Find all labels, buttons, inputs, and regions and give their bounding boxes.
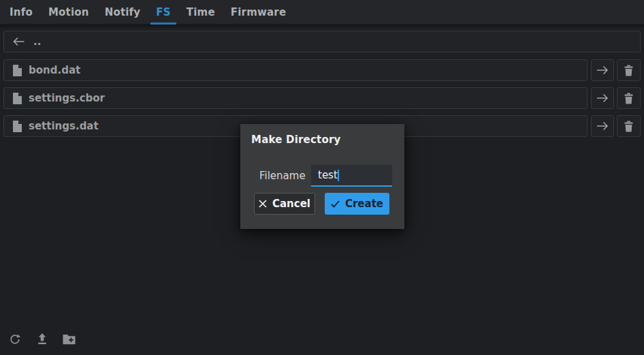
- open-file-button[interactable]: [591, 59, 614, 81]
- tab-motion[interactable]: Motion: [43, 0, 95, 24]
- new-folder-button[interactable]: [61, 332, 76, 347]
- open-file-button[interactable]: [591, 115, 614, 137]
- parent-directory-label: ..: [33, 35, 41, 48]
- tab-fs[interactable]: FS: [150, 0, 176, 24]
- upload-button[interactable]: [35, 332, 50, 347]
- make-directory-dialog: Make Directory Filename Cancel Create: [240, 124, 404, 229]
- file-name: bond.dat: [29, 64, 80, 76]
- parent-directory-row[interactable]: ..: [3, 31, 641, 52]
- tab-info[interactable]: Info: [4, 0, 38, 24]
- file-name: settings.dat: [29, 120, 99, 132]
- text-caret: [338, 170, 339, 181]
- file-icon: [12, 121, 22, 132]
- file-row[interactable]: settings.cbor: [3, 87, 587, 109]
- refresh-button[interactable]: [7, 332, 22, 347]
- create-button-label: Create: [345, 198, 383, 210]
- tab-time[interactable]: Time: [181, 0, 221, 24]
- upload-icon: [37, 333, 48, 345]
- file-icon: [12, 65, 22, 76]
- filename-input-wrap: [311, 165, 392, 187]
- trash-icon: [624, 121, 634, 132]
- refresh-icon: [9, 333, 21, 345]
- tab-firmware[interactable]: Firmware: [225, 0, 292, 24]
- open-file-button[interactable]: [591, 87, 614, 109]
- dialog-title: Make Directory: [251, 134, 341, 146]
- arrow-right-icon: [596, 93, 609, 104]
- delete-file-button[interactable]: [617, 87, 641, 109]
- close-icon: [259, 200, 267, 208]
- cancel-button[interactable]: Cancel: [254, 193, 315, 215]
- delete-file-button[interactable]: [617, 59, 641, 81]
- file-icon: [12, 93, 22, 104]
- trash-icon: [624, 65, 634, 76]
- arrow-right-icon: [596, 121, 609, 132]
- arrow-right-icon: [596, 65, 609, 76]
- file-row[interactable]: bond.dat: [3, 59, 587, 81]
- create-button[interactable]: Create: [325, 193, 389, 215]
- trash-icon: [624, 93, 634, 104]
- arrow-left-icon: [12, 36, 25, 47]
- check-icon: [331, 200, 340, 208]
- new-folder-icon: [63, 334, 76, 345]
- filename-input[interactable]: [311, 165, 392, 187]
- file-name: settings.cbor: [29, 92, 105, 104]
- delete-file-button[interactable]: [617, 115, 641, 137]
- tab-notify[interactable]: Notify: [99, 0, 146, 24]
- tab-bar: Info Motion Notify FS Time Firmware: [0, 0, 644, 27]
- cancel-button-label: Cancel: [272, 198, 310, 210]
- filename-label: Filename: [259, 165, 306, 187]
